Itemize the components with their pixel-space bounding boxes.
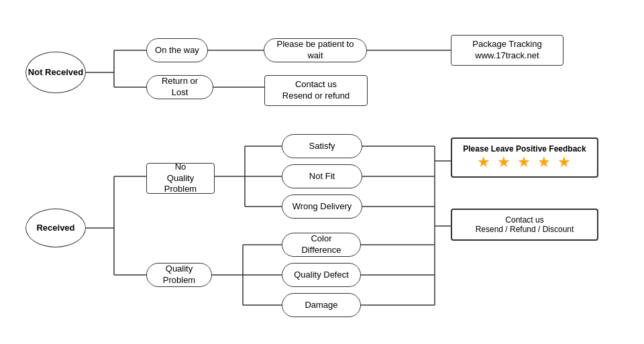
- return-or-lost-node: Return or Lost: [146, 75, 213, 99]
- package-tracking-label: Package Trackingwww.17track.net: [472, 39, 541, 62]
- quality-problem-node: Quality Problem: [146, 263, 212, 287]
- damage-node: Damage: [282, 293, 361, 317]
- wrong-delivery-node: Wrong Delivery: [282, 194, 362, 219]
- feedback-box: Please Leave Positive Feedback ★ ★ ★ ★ ★: [451, 137, 598, 178]
- received-node: Received: [25, 209, 86, 247]
- contact-resend-refund-node: Contact usResend or refund: [264, 75, 368, 106]
- feedback-title: Please Leave Positive Feedback: [460, 144, 589, 154]
- satisfy-node: Satisfy: [282, 134, 362, 158]
- feedback-stars: ★ ★ ★ ★ ★: [460, 154, 589, 171]
- not-fit-node: Not Fit: [282, 164, 362, 188]
- color-difference-node: Color Difference: [282, 233, 361, 257]
- contact-refund-discount-title: Contact us: [460, 215, 589, 225]
- not-received-node: Not Received: [25, 52, 86, 93]
- on-the-way-node: On the way: [146, 38, 208, 62]
- be-patient-node: Please be patient to wait: [264, 38, 367, 62]
- no-quality-problem-node: NoQuality Problem: [146, 163, 215, 194]
- contact-refund-discount-box: Contact us Resend / Refund / Discount: [451, 209, 598, 241]
- package-tracking-node: Package Trackingwww.17track.net: [451, 35, 564, 66]
- contact-refund-discount-sub: Resend / Refund / Discount: [460, 225, 589, 234]
- quality-defect-node: Quality Defect: [282, 263, 361, 287]
- contact-resend-refund-label: Contact usResend or refund: [282, 79, 350, 102]
- diagram: Not Received On the way Return or Lost P…: [0, 0, 644, 344]
- no-quality-problem-label: NoQuality Problem: [155, 162, 206, 196]
